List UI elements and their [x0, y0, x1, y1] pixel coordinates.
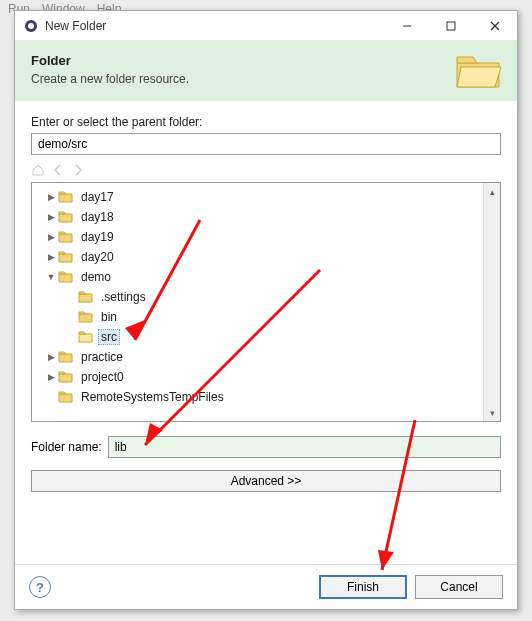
tree-node-day17[interactable]: ▶day17 [34, 187, 481, 207]
app-icon [23, 18, 39, 34]
tree-node-day19[interactable]: ▶day19 [34, 227, 481, 247]
cancel-button[interactable]: Cancel [415, 575, 503, 599]
titlebar[interactable]: New Folder [15, 11, 517, 41]
expander-icon[interactable]: ▶ [44, 252, 58, 262]
folder-icon [455, 51, 503, 94]
tree-node-label: project0 [78, 369, 127, 385]
tree-node-practice[interactable]: ▶practice [34, 347, 481, 367]
help-button[interactable]: ? [29, 576, 51, 598]
advanced-button[interactable]: Advanced >> [31, 470, 501, 492]
tree-node-demo[interactable]: ▼demo [34, 267, 481, 287]
maximize-button[interactable] [429, 11, 473, 41]
forward-icon[interactable] [71, 163, 85, 180]
parent-folder-label: Enter or select the parent folder: [31, 115, 501, 129]
tree-node-src[interactable]: src [34, 327, 481, 347]
folder-name-input[interactable] [108, 436, 501, 458]
tree-node-RemoteSystemsTempFiles[interactable]: RemoteSystemsTempFiles [34, 387, 481, 407]
new-folder-dialog: New Folder Folder Create a new folder re… [14, 10, 518, 610]
tree-node-project0[interactable]: ▶project0 [34, 367, 481, 387]
tree-node-bin[interactable]: bin [34, 307, 481, 327]
banner-heading: Folder [31, 53, 501, 68]
tree-node-label: src [98, 329, 120, 345]
dialog-footer: ? Finish Cancel [15, 564, 517, 609]
finish-button[interactable]: Finish [319, 575, 407, 599]
tree-nav-toolbar [31, 163, 501, 180]
home-icon[interactable] [31, 163, 45, 180]
svg-rect-3 [447, 22, 455, 30]
tree-node-label: .settings [98, 289, 149, 305]
tree-node-label: day19 [78, 229, 117, 245]
tree-node-label: day17 [78, 189, 117, 205]
folder-tree[interactable]: ▶day17▶day18▶day19▶day20▼demo.settingsbi… [31, 182, 501, 422]
expander-icon[interactable]: ▶ [44, 212, 58, 222]
tree-node-day20[interactable]: ▶day20 [34, 247, 481, 267]
tree-node-label: day20 [78, 249, 117, 265]
expander-icon[interactable]: ▶ [44, 352, 58, 362]
tree-node-label: bin [98, 309, 120, 325]
wizard-banner: Folder Create a new folder resource. [15, 41, 517, 101]
minimize-button[interactable] [385, 11, 429, 41]
banner-subtitle: Create a new folder resource. [31, 72, 501, 86]
expander-icon[interactable]: ▶ [44, 372, 58, 382]
folder-name-label: Folder name: [31, 440, 102, 454]
expander-icon[interactable]: ▼ [44, 272, 58, 282]
expander-icon[interactable]: ▶ [44, 192, 58, 202]
dialog-content: Enter or select the parent folder: ▶day1… [15, 101, 517, 564]
expander-icon[interactable]: ▶ [44, 232, 58, 242]
scroll-down-icon[interactable]: ▾ [484, 404, 501, 421]
tree-node-label: day18 [78, 209, 117, 225]
svg-point-1 [28, 23, 34, 29]
tree-node-label: demo [78, 269, 114, 285]
back-icon[interactable] [51, 163, 65, 180]
tree-node-label: RemoteSystemsTempFiles [78, 389, 227, 405]
tree-node-day18[interactable]: ▶day18 [34, 207, 481, 227]
scroll-up-icon[interactable]: ▴ [484, 183, 501, 200]
parent-folder-input[interactable] [31, 133, 501, 155]
tree-node--settings[interactable]: .settings [34, 287, 481, 307]
window-title: New Folder [45, 19, 385, 33]
tree-scrollbar[interactable]: ▴ ▾ [483, 183, 500, 421]
tree-node-label: practice [78, 349, 126, 365]
close-button[interactable] [473, 11, 517, 41]
